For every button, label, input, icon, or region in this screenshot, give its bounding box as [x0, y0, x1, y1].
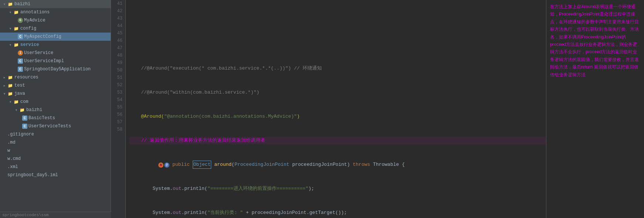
- annotation-panel: 在方法上加上@Around表明这是一个环绕通知，ProceedingJoinPo…: [546, 0, 644, 218]
- sidebar-item-annotations[interactable]: ▾ 📁 annotations: [0, 8, 111, 16]
- line-num: 47: [111, 44, 122, 52]
- class-icon: C: [18, 34, 23, 39]
- sidebar-item-label: .gitignore: [7, 132, 34, 137]
- sidebar-item-label: UserServiceImpl: [24, 58, 64, 64]
- code-line-42: [129, 41, 546, 48]
- sidebar-item-label: w.cmd: [7, 156, 21, 161]
- line-num: 51: [111, 74, 122, 81]
- sidebar-item-label: BasicTests: [28, 115, 55, 121]
- sidebar-item-springbootapp[interactable]: C SpringbootDay5Application: [0, 65, 111, 73]
- folder-icon: 📁: [7, 1, 13, 7]
- tree-arrow: ▾: [7, 26, 13, 31]
- code-line-46: // 返回值作用：用来将业务方法的返回结果返回给调用者: [129, 137, 546, 144]
- sidebar-item-xml[interactable]: .xml: [0, 163, 111, 171]
- line-num: 46: [111, 37, 122, 44]
- sidebar-item-com[interactable]: ▾ 📁 com: [0, 98, 111, 106]
- sidebar-item-baizhi[interactable]: ▾ 📁 baizhi: [0, 0, 111, 8]
- sidebar-item-label: UserServiceTests: [28, 124, 71, 129]
- line-num: 57: [111, 118, 122, 126]
- sidebar-item-label: SpringbootDay5Application: [24, 67, 91, 72]
- tree-arrow: ▸: [1, 83, 7, 88]
- tree-arrow: ▾: [1, 1, 7, 7]
- sidebar-item-java[interactable]: ▾ 📁 java: [0, 90, 111, 98]
- at-icon: @: [164, 162, 169, 168]
- line-numbers: 41 42 43 44 45 46 47 48 49 50 51 52 53 5…: [111, 0, 126, 218]
- code-line-49: System.out.println("当前执行类: " + proceedin…: [129, 209, 546, 217]
- bug-icon: 🐞: [158, 162, 163, 168]
- code-lines: //@Around("execution(* com.baizhi.servic…: [126, 0, 546, 218]
- sidebar-item-label: annotations: [20, 10, 50, 15]
- sidebar-item-label: UserService: [24, 50, 53, 56]
- line-num: 43: [111, 15, 122, 22]
- code-line-45: @Around("@annotation(com.baizhi.annotati…: [129, 113, 546, 120]
- tree-arrow: ▾: [13, 107, 19, 113]
- sidebar-item-label: baizhi: [26, 107, 42, 113]
- sidebar-item-label: springboot_day5.iml: [7, 172, 58, 178]
- class-icon: G: [18, 18, 23, 23]
- line-num: 42: [111, 7, 122, 15]
- sidebar-item-label: service: [20, 42, 39, 47]
- sidebar-item-label: test: [14, 83, 25, 88]
- sidebar-item-wcmd[interactable]: w.cmd: [0, 155, 111, 163]
- class-icon: C: [22, 124, 27, 129]
- sidebar-item-label: com: [20, 99, 28, 104]
- sidebar-item-service[interactable]: ▾ 📁 service: [0, 41, 111, 49]
- sidebar-item-label: .xml: [7, 164, 18, 170]
- sidebar-item-label: baizhi: [14, 1, 30, 7]
- folder-icon: 📁: [13, 42, 19, 48]
- sidebar-item-label: java: [14, 91, 25, 96]
- code-line-43: //@Around("execution(* com.baizhi.servic…: [129, 65, 546, 72]
- interface-icon: I: [18, 50, 23, 56]
- folder-icon: 📁: [13, 9, 19, 15]
- line-num: 54: [111, 96, 122, 104]
- folder-icon: 📁: [7, 91, 13, 97]
- sidebar-item-iml[interactable]: springboot_day5.iml: [0, 171, 111, 179]
- tree-arrow: ▾: [1, 91, 7, 97]
- line-num: 50: [111, 67, 122, 74]
- sidebar-item-userservice[interactable]: I UserService: [0, 49, 111, 57]
- sidebar-item-md[interactable]: .md: [0, 138, 111, 147]
- sidebar-item-test[interactable]: ▸ 📁 test: [0, 81, 111, 90]
- folder-icon: 📁: [7, 74, 13, 80]
- code-line-48: System.out.println("========进入环绕的前置操作===…: [129, 185, 546, 192]
- tree-arrow: ▾: [7, 42, 13, 48]
- sidebar-item-myadvice[interactable]: G MyAdvice: [0, 16, 111, 24]
- sidebar-item-baizhi2[interactable]: ▾ 📁 baizhi: [0, 106, 111, 114]
- class-icon: C: [18, 67, 23, 72]
- line-num: 41: [111, 0, 122, 7]
- sidebar-item-label: MyAdvice: [24, 18, 45, 23]
- sidebar-item-label: .md: [7, 140, 16, 145]
- sidebar-item-basictests[interactable]: C BasicTests: [0, 114, 111, 122]
- annotation-text: 在方法上加上@Around表明这是一个环绕通知，ProceedingJoinPo…: [550, 3, 640, 78]
- folder-icon: 📁: [13, 99, 19, 105]
- folder-icon: 📁: [7, 83, 13, 88]
- line-num: 55: [111, 104, 122, 111]
- tree-arrow: ▾: [7, 10, 13, 15]
- sidebar-item-myaspectconfig[interactable]: C MyAspectConfig: [0, 33, 111, 41]
- sidebar-item-config[interactable]: ▾ 📁 config: [0, 24, 111, 33]
- line-num: 49: [111, 59, 122, 67]
- sidebar-item-resources[interactable]: ▸ 📁 resources: [0, 73, 111, 81]
- line-num: 48: [111, 52, 122, 59]
- sidebar-item-w[interactable]: w: [0, 147, 111, 155]
- main-content: 41 42 43 44 45 46 47 48 49 50 51 52 53 5…: [111, 0, 644, 218]
- sidebar-item-label: config: [20, 26, 36, 31]
- sidebar-item-userservicetests[interactable]: C UserServiceTests: [0, 122, 111, 130]
- code-line-44: //@Around("within(com.baizhi.service.*)"…: [129, 89, 546, 96]
- sidebar-item-userserviceimpl[interactable]: C UserServiceImpl: [0, 57, 111, 65]
- line-num: 53: [111, 89, 122, 96]
- class-icon: C: [22, 115, 27, 121]
- folder-icon: 📁: [19, 107, 25, 113]
- file-tree[interactable]: ▾ 📁 baizhi ▾ 📁 annotations G MyAdvice ▾ …: [0, 0, 111, 218]
- line-num: 56: [111, 111, 122, 118]
- code-line-41: [129, 17, 546, 24]
- code-editor[interactable]: 41 42 43 44 45 46 47 48 49 50 51 52 53 5…: [111, 0, 546, 218]
- line-num: 58: [111, 126, 122, 133]
- folder-icon: 📁: [13, 26, 19, 31]
- sidebar-item-label: resources: [14, 75, 38, 80]
- sidebar-item-label: w: [7, 148, 10, 153]
- line-num: 45: [111, 30, 122, 37]
- line-num: 44: [111, 22, 122, 30]
- sidebar-item-gitignore[interactable]: .gitignore: [0, 130, 111, 138]
- tree-arrow: ▾: [7, 99, 13, 105]
